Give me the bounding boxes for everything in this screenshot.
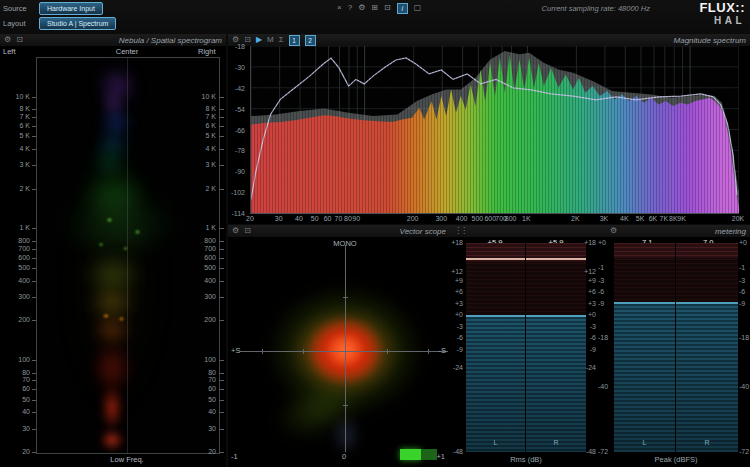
meter-scale-label: +12 [583, 268, 596, 275]
peak-meter-left: L [614, 243, 675, 452]
magnitude-spectrum-plot[interactable] [250, 46, 739, 214]
expand-icon[interactable]: ⊡ [244, 227, 251, 235]
freq-tick-label: 800 [196, 237, 216, 244]
window-icon[interactable]: ▢ [414, 4, 422, 12]
meter-level-fill [614, 302, 675, 452]
freq-tick-label: 70 [2, 376, 30, 383]
freq-tick-label: 3K [600, 215, 609, 222]
settings-gear-icon[interactable]: ⚙ [358, 4, 365, 12]
freq-tick-label: 60 [2, 385, 30, 392]
meter-scale-label: -6 [583, 334, 596, 341]
freq-tick-label: 500 [472, 215, 484, 222]
spectrogram-blob [55, 123, 175, 453]
channel-label: L [614, 439, 675, 446]
hal-wordmark: HAL [699, 16, 745, 26]
freq-tick [32, 373, 36, 374]
channel-left-label: Left [3, 47, 16, 56]
meter-scale-label: -3 [450, 323, 463, 330]
freq-tick [32, 412, 36, 413]
freq-tick-label: 4K [620, 215, 629, 222]
close-icon[interactable]: × [337, 4, 342, 12]
mid-mode-icon[interactable]: M [267, 36, 274, 44]
freq-tick-label: 600 [196, 254, 216, 261]
spatial-spectrogram-plot[interactable] [36, 57, 220, 454]
db-tick-label: -114 [232, 210, 246, 217]
meter-scale-label: -1 [739, 264, 750, 271]
hardware-input-button[interactable]: Hardware Input [39, 2, 103, 15]
scope-horizontal-axis [240, 351, 448, 352]
freq-tick [32, 109, 36, 110]
expand-icon[interactable]: ⊡ [16, 36, 23, 44]
freq-tick [219, 373, 224, 374]
meter-scale-label: +18 [583, 239, 596, 246]
fullscreen-icon[interactable]: ⊡ [384, 4, 391, 12]
sum-mode-icon[interactable]: Σ [279, 36, 284, 44]
spectrum-frequency-axis: 20304050607080902003004005006007008001K2… [250, 215, 738, 224]
freq-tick [32, 360, 36, 361]
freq-tick [219, 412, 224, 413]
meter-scale-label: -9 [598, 300, 614, 307]
axis-tick [262, 349, 263, 354]
freq-tick [219, 258, 224, 259]
meter-scale-label: +3 [583, 300, 596, 307]
freq-tick-label: 100 [196, 356, 216, 363]
freq-tick [219, 136, 224, 137]
layout-label: Layout [3, 19, 26, 28]
meter-scale-label: +18 [450, 239, 463, 246]
correlation-zero: 0 [342, 452, 346, 461]
freq-tick-label: 5 K [196, 132, 216, 139]
expand-icon[interactable]: ⊡ [244, 36, 251, 44]
db-tick-label: -54 [235, 106, 245, 113]
rms-caption: Rms (dB) [466, 455, 586, 464]
meter-scale-label: -6 [739, 288, 750, 295]
magnitude-spectrum-panel: ⚙ ⊡ ▶ M Σ 1 2 Magnitude spectrum -18-30-… [228, 34, 750, 224]
freq-tick [32, 452, 36, 453]
meter-scale-label: +0 [739, 239, 750, 246]
gear-icon[interactable]: ⚙ [4, 36, 11, 44]
freq-tick-label: 7 K [196, 113, 216, 120]
freq-tick-label: 80 [2, 369, 30, 376]
info-icon[interactable]: i [397, 3, 408, 14]
freq-tick [32, 241, 36, 242]
axis-tick [387, 349, 388, 354]
play-icon[interactable]: ▶ [256, 36, 262, 44]
meter-scale-label: -9 [450, 346, 463, 353]
freq-tick-label: 400 [2, 277, 30, 284]
meter-scale-label: +0 [583, 311, 596, 318]
nebula-panel: ⚙ ⊡ Nebula / Spatial spectrogram Left Ce… [0, 34, 226, 467]
view-1-button[interactable]: 1 [289, 35, 300, 46]
meter-peak-line [466, 258, 525, 260]
layout-preset-button[interactable]: Studio A | Spectrum [39, 17, 116, 30]
freq-tick [32, 268, 36, 269]
freq-tick [219, 249, 224, 250]
freq-tick [32, 149, 36, 150]
view-2-button[interactable]: 2 [305, 35, 316, 46]
freq-tick [219, 389, 224, 390]
freq-tick-label: 3 K [196, 161, 216, 168]
freq-tick [219, 297, 224, 298]
freq-tick-label: 70 [335, 215, 343, 222]
freq-tick [32, 389, 36, 390]
meter-red-zone [614, 243, 675, 302]
freq-tick [219, 165, 224, 166]
freq-tick-label: 700 [2, 245, 30, 252]
meter-scale-label: -6 [450, 334, 463, 341]
meter-scale-label: +12 [450, 268, 463, 275]
rms-meter-right: R [526, 243, 586, 452]
freq-tick-label: 2 K [2, 185, 30, 192]
grid-icon[interactable]: ⊞ [371, 4, 378, 12]
meter-scale-label: +9 [450, 277, 463, 284]
freq-tick [32, 258, 36, 259]
help-icon[interactable]: ? [348, 4, 352, 12]
spectrum-title: Magnitude spectrum [674, 36, 746, 45]
freq-tick [32, 400, 36, 401]
freq-tick [32, 126, 36, 127]
freq-tick-label: 3 K [2, 161, 30, 168]
meter-scale-label: -9 [583, 346, 596, 353]
freq-tick [32, 297, 36, 298]
freq-tick-label: 80 [344, 215, 352, 222]
freq-tick-label: 300 [2, 293, 30, 300]
freq-tick [219, 380, 224, 381]
gear-icon[interactable]: ⚙ [232, 227, 239, 235]
correlation-plus-one: +1 [436, 452, 445, 461]
